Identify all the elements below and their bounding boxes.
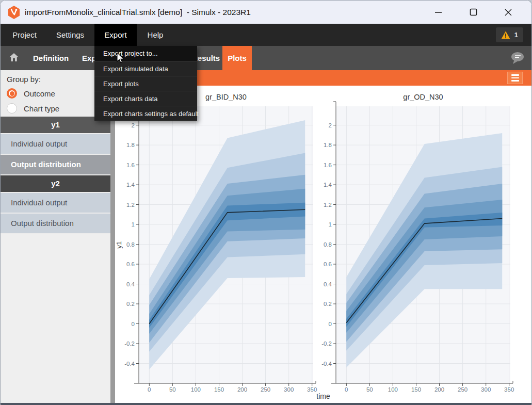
svg-text:0.6: 0.6 [126, 261, 135, 267]
radio-chart-type[interactable]: Chart type [7, 102, 104, 115]
main-area: Group by: Outcome Chart type y1 Individu… [1, 70, 531, 403]
export-dropdown-menu: Export project to... Export simulated da… [94, 46, 197, 121]
svg-text:1: 1 [329, 221, 332, 228]
hamburger-menu-icon[interactable] [507, 72, 523, 84]
sidebar-item-y1-individual-output[interactable]: Individual output [1, 134, 110, 154]
sidebar-item-y1-output-distribution[interactable]: Output distribution [1, 155, 110, 174]
menu-item-export-plots[interactable]: Export plots [94, 76, 197, 91]
radio-outcome-label: Outcome [24, 89, 55, 98]
menu-item-export-simulated-data[interactable]: Export simulated data [94, 61, 197, 76]
svg-text:1.2: 1.2 [324, 202, 332, 208]
chart-gr_OD_N30[interactable]: -0.4-0.200.20.40.60.811.21.41.61.8205010… [315, 86, 532, 403]
menu-project[interactable]: Project [3, 24, 46, 46]
tab-definition[interactable]: Definition [33, 46, 69, 70]
svg-text:gr_BID_N30: gr_BID_N30 [205, 93, 247, 101]
svg-text:1.2: 1.2 [126, 202, 135, 208]
warning-badge[interactable]: 1 [496, 27, 523, 42]
menu-settings[interactable]: Settings [46, 24, 94, 46]
svg-text:gr_OD_N30: gr_OD_N30 [403, 93, 443, 101]
maximize-icon[interactable] [466, 6, 480, 19]
menu-item-export-project-to[interactable]: Export project to... [94, 46, 197, 61]
menu-bar: Project Settings Export Help 1 [1, 24, 531, 46]
comment-icon[interactable] [510, 52, 524, 67]
sidebar-item-y2-output-distribution[interactable]: Output distribution [1, 214, 110, 233]
tab-plots[interactable]: Plots [222, 46, 252, 70]
x-axis-label: time [115, 392, 531, 400]
close-icon[interactable] [502, 6, 515, 19]
radio-chart-type-label: Chart type [24, 104, 59, 113]
warning-icon [501, 31, 510, 39]
svg-text:1.6: 1.6 [324, 162, 332, 168]
svg-text:2: 2 [329, 122, 332, 128]
warning-count: 1 [514, 31, 518, 39]
svg-text:-0.4: -0.4 [321, 361, 332, 367]
svg-text:0.2: 0.2 [126, 301, 135, 307]
sidebar-section-y2[interactable]: y2 [1, 175, 110, 192]
home-icon[interactable] [9, 53, 19, 64]
chart-gr_BID_N30[interactable]: -0.4-0.200.20.40.60.811.21.41.61.8205010… [115, 86, 315, 403]
svg-text:y1: y1 [115, 241, 123, 248]
radio-outcome-icon[interactable] [7, 88, 17, 99]
svg-text:0: 0 [329, 321, 332, 327]
menu-item-export-charts-data[interactable]: Export charts data [94, 91, 197, 106]
svg-text:1.8: 1.8 [324, 142, 332, 148]
titlebar: importFromMonolix_clinicalTrial.smlx [de… [1, 1, 531, 24]
svg-text:-0.2: -0.2 [321, 341, 332, 347]
window-title: importFromMonolix_clinicalTrial.smlx [de… [25, 8, 251, 17]
app-window: importFromMonolix_clinicalTrial.smlx [de… [0, 0, 532, 405]
svg-text:1.4: 1.4 [324, 182, 332, 188]
sidebar-filler [1, 234, 110, 403]
svg-text:0.8: 0.8 [324, 241, 332, 248]
sidebar-item-y2-individual-output[interactable]: Individual output [1, 193, 110, 213]
group-by-label: Group by: [7, 75, 104, 84]
svg-text:0.4: 0.4 [324, 281, 332, 287]
svg-text:0: 0 [132, 321, 135, 327]
svg-text:0.6: 0.6 [324, 261, 332, 267]
cursor-icon [117, 53, 127, 64]
svg-text:0.8: 0.8 [126, 241, 135, 248]
svg-text:1.8: 1.8 [126, 142, 135, 148]
tab-bar: Definition Exploration Simulation Result… [1, 46, 531, 70]
svg-text:1.6: 1.6 [126, 162, 135, 168]
menu-export[interactable]: Export [94, 24, 137, 46]
minimize-icon[interactable] [431, 6, 445, 19]
svg-text:1.4: 1.4 [126, 182, 135, 188]
menu-item-export-charts-settings-as-default[interactable]: Export charts settings as default [94, 106, 197, 121]
svg-text:0.2: 0.2 [324, 301, 332, 307]
charts-panel: -0.4-0.200.20.40.60.811.21.41.61.8205010… [110, 86, 531, 403]
svg-text:2: 2 [132, 122, 135, 128]
svg-text:0.4: 0.4 [126, 281, 135, 287]
svg-text:-0.2: -0.2 [124, 341, 135, 347]
radio-outcome[interactable]: Outcome [7, 87, 104, 100]
radio-chart-type-icon[interactable] [7, 103, 17, 114]
svg-text:-0.4: -0.4 [124, 361, 135, 367]
menu-help[interactable]: Help [137, 24, 174, 46]
svg-text:1: 1 [132, 221, 135, 228]
simulx-logo-icon [8, 6, 20, 19]
